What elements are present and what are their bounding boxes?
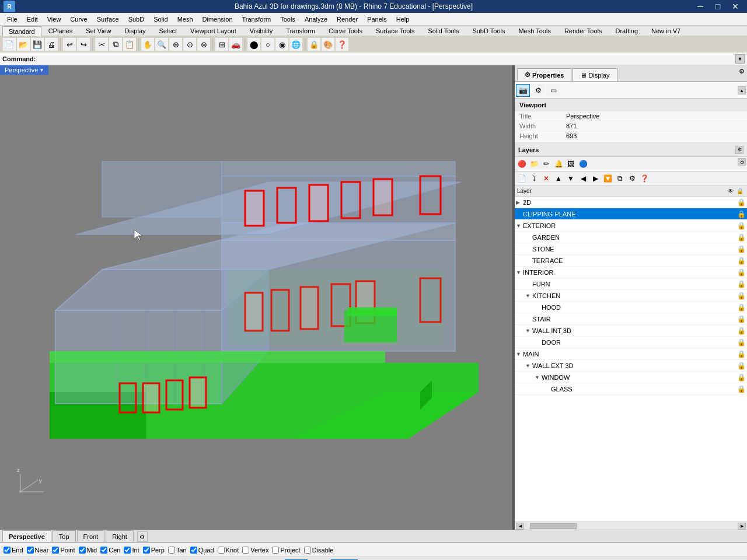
lyr-down[interactable]: ▼: [565, 173, 577, 184]
menu-dimension[interactable]: Dimension: [198, 15, 238, 24]
copy-btn[interactable]: ⧉: [109, 38, 122, 51]
toolbar-tab-viewport-layout[interactable]: Viewport Layout: [184, 26, 243, 36]
toolbar-tab-set-view[interactable]: Set View: [79, 26, 117, 36]
lyr-copy[interactable]: ⧉: [614, 173, 626, 184]
save-btn[interactable]: 💾: [31, 38, 44, 51]
layer-row-garden[interactable]: GARDEN🔒: [515, 232, 747, 243]
menu-panels[interactable]: Panels: [362, 15, 392, 24]
layer-lock-window[interactable]: 🔒: [737, 373, 746, 382]
lyr-delete[interactable]: ✕: [540, 173, 552, 184]
layers-folder[interactable]: 📁: [528, 158, 540, 170]
undo-btn[interactable]: ↩: [63, 38, 76, 51]
menu-view[interactable]: View: [43, 15, 66, 24]
layer-row-interior[interactable]: ▼INTERIOR🔒: [515, 267, 747, 278]
lyr-help[interactable]: ❓: [638, 173, 650, 184]
lyr-filter-on[interactable]: 🔽: [602, 173, 613, 184]
osnap-cb-quad[interactable]: [190, 547, 197, 554]
pan-btn[interactable]: ✋: [141, 38, 154, 51]
minimize-button[interactable]: ─: [692, 1, 708, 12]
layer-lock-interior[interactable]: 🔒: [737, 268, 746, 276]
scroll-left[interactable]: ◀: [516, 523, 524, 530]
toolbar-tab-standard[interactable]: Standard: [2, 26, 41, 36]
panel-settings-icon[interactable]: ⚙: [739, 68, 745, 75]
layer-lock-2d[interactable]: 🔒: [737, 198, 746, 206]
menu-curve[interactable]: Curve: [65, 15, 92, 24]
menu-tools[interactable]: Tools: [275, 15, 300, 24]
menu-help[interactable]: Help: [392, 15, 414, 24]
toolbar-tab-drafting[interactable]: Drafting: [609, 26, 645, 36]
layer-row-door[interactable]: DOOR🔒: [515, 337, 747, 348]
menu-solid[interactable]: Solid: [149, 15, 172, 24]
layer-row-stone[interactable]: STONE🔒: [515, 243, 747, 255]
viewport[interactable]: Perspective ▼: [0, 65, 514, 530]
zoom-extent-btn[interactable]: ⊙: [183, 38, 196, 51]
tab-perspective[interactable]: Perspective: [2, 530, 51, 542]
print-btn[interactable]: 🖨: [45, 38, 58, 51]
layer-lock-garden[interactable]: 🔒: [737, 233, 746, 242]
layer-row-2d[interactable]: ▶2D🔒: [515, 197, 747, 208]
paste-btn[interactable]: 📋: [123, 38, 136, 51]
layer-row-window[interactable]: ▼WINDOW🔒: [515, 372, 747, 383]
tab-right[interactable]: Right: [106, 530, 134, 542]
layer-toggle-main[interactable]: ▼: [516, 351, 523, 357]
camera-btn[interactable]: 📷: [516, 84, 530, 97]
scroll-thumb[interactable]: [530, 523, 577, 529]
layer-row-main[interactable]: ▼MAIN🔒: [515, 348, 747, 360]
zoom-sel-btn[interactable]: ⊚: [197, 38, 210, 51]
open-btn[interactable]: 📂: [17, 38, 30, 51]
wire-btn[interactable]: ○: [261, 38, 274, 51]
globe-btn[interactable]: 🌐: [289, 38, 302, 51]
close-button[interactable]: ✕: [727, 1, 743, 12]
toolbar-tab-mesh-tools[interactable]: Mesh Tools: [512, 26, 557, 36]
layer-lock-furn[interactable]: 🔒: [737, 280, 746, 288]
rect-btn[interactable]: ▭: [546, 84, 560, 97]
osnap-cb-knot[interactable]: [218, 547, 225, 554]
layer-row-hood[interactable]: HOOD🔒: [515, 302, 747, 313]
tab-front[interactable]: Front: [77, 530, 105, 542]
layer-lock-door[interactable]: 🔒: [737, 338, 746, 346]
layer-lock-clipping[interactable]: 🔒: [737, 210, 746, 218]
layers-arrow[interactable]: 🔵: [577, 158, 589, 170]
cut-btn[interactable]: ✂: [95, 38, 108, 51]
new-btn[interactable]: 📄: [3, 38, 16, 51]
layer-toggle-exterior[interactable]: ▼: [516, 223, 523, 229]
car-btn[interactable]: 🚗: [229, 38, 242, 51]
panel-h-scrollbar[interactable]: ◀ ▶: [515, 522, 747, 530]
layer-row-glass[interactable]: GLASS🔒: [515, 383, 747, 395]
layer-toggle-window[interactable]: ▼: [535, 374, 542, 380]
layer-row-wallint3d[interactable]: ▼WALL INT 3D🔒: [515, 325, 747, 337]
layers-settings2[interactable]: ⚙: [738, 158, 746, 166]
color-btn[interactable]: 🎨: [322, 38, 334, 51]
layer-row-furn[interactable]: FURN🔒: [515, 278, 747, 290]
osnap-cb-cen[interactable]: [100, 547, 107, 554]
menu-file[interactable]: File: [2, 15, 22, 24]
display-tab[interactable]: 🖥 Display: [573, 68, 617, 81]
toolbar-tab-visibility[interactable]: Visibility: [243, 26, 280, 36]
menu-edit[interactable]: Edit: [22, 15, 43, 24]
osnap-cb-perp[interactable]: [143, 547, 150, 554]
layer-lock-hood[interactable]: 🔒: [737, 303, 746, 312]
scroll-right[interactable]: ▶: [738, 523, 746, 530]
lyr-options[interactable]: ⚙: [626, 173, 638, 184]
osnap-cb-int[interactable]: [124, 547, 131, 554]
command-input[interactable]: [38, 55, 735, 62]
layer-lock-exterior[interactable]: 🔒: [737, 222, 746, 230]
zoom-window-btn[interactable]: ⊕: [169, 38, 182, 51]
layers-paint[interactable]: ✏: [540, 158, 552, 170]
lyr-left[interactable]: ◀: [577, 173, 589, 184]
layer-row-kitchen[interactable]: ▼KITCHEN🔒: [515, 290, 747, 302]
toolbar-tab-subd-tools[interactable]: SubD Tools: [466, 26, 511, 36]
osnap-cb-tan[interactable]: [168, 547, 175, 554]
toolbar-tab-transform[interactable]: Transform: [280, 26, 322, 36]
toolbar-tab-new-in-v7[interactable]: New in V7: [645, 26, 687, 36]
shaded-btn[interactable]: ⬤: [247, 38, 260, 51]
layer-lock-kitchen[interactable]: 🔒: [737, 292, 746, 300]
layer-row-exterior[interactable]: ▼EXTERIOR🔒: [515, 220, 747, 232]
viewport-settings-btn[interactable]: ⚙: [137, 531, 148, 542]
osnap-cb-disable[interactable]: [304, 547, 311, 554]
layers-bell[interactable]: 🔔: [553, 158, 564, 170]
layer-row-terrace[interactable]: TERRACE🔒: [515, 255, 747, 267]
menu-surface[interactable]: Surface: [92, 15, 124, 24]
layer-lock-wallext3d[interactable]: 🔒: [737, 362, 746, 370]
menu-transform[interactable]: Transform: [238, 15, 276, 24]
